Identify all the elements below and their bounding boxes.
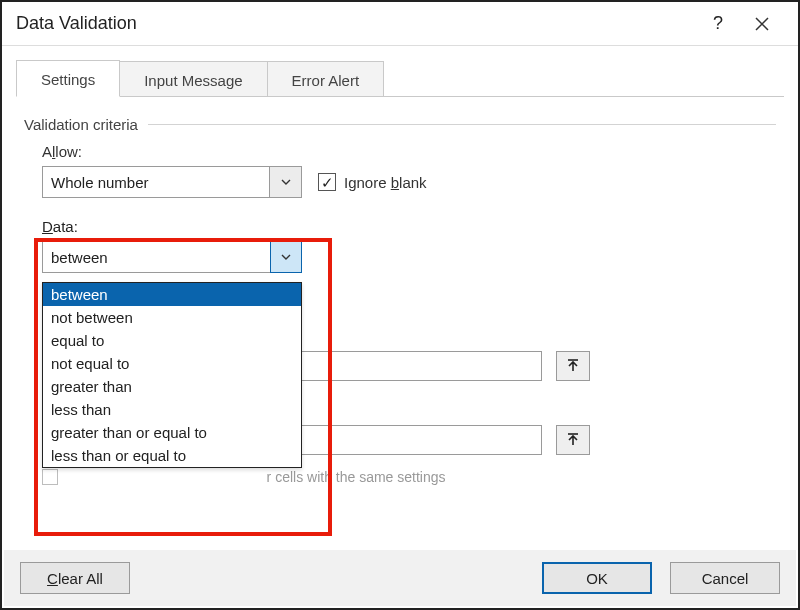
data-option[interactable]: greater than: [43, 375, 301, 398]
allow-combo-chevron[interactable]: [269, 167, 301, 197]
apply-same-text: r cells with the same settings: [267, 469, 446, 485]
data-label: Data:: [42, 218, 776, 235]
data-combo[interactable]: between: [42, 241, 302, 273]
chevron-down-icon: [280, 251, 292, 263]
data-option[interactable]: less than or equal to: [43, 444, 301, 467]
clear-all-button[interactable]: Clear All: [20, 562, 130, 594]
data-option[interactable]: less than: [43, 398, 301, 421]
collapse-dialog-icon: [566, 433, 580, 447]
section-validation-criteria: Validation criteria: [24, 116, 776, 133]
chevron-down-icon: [280, 176, 292, 188]
apply-same-settings-row: Apply these changes to all othe r cells …: [42, 469, 776, 485]
tab-input-message[interactable]: Input Message: [119, 61, 267, 97]
tab-underline: [16, 96, 784, 97]
collapse-dialog-icon: [566, 359, 580, 373]
cancel-button[interactable]: Cancel: [670, 562, 780, 594]
tab-settings[interactable]: Settings: [16, 60, 120, 97]
data-combo-value: between: [43, 242, 270, 272]
data-combo-chevron[interactable]: [270, 241, 302, 273]
data-option[interactable]: equal to: [43, 329, 301, 352]
data-dropdown-list[interactable]: between not between equal to not equal t…: [42, 282, 302, 468]
dialog-footer: Clear All OK Cancel: [4, 550, 796, 606]
tab-error-alert[interactable]: Error Alert: [267, 61, 385, 97]
data-option[interactable]: greater than or equal to: [43, 421, 301, 444]
data-option[interactable]: not equal to: [43, 352, 301, 375]
close-button[interactable]: [740, 2, 784, 46]
dialog-title: Data Validation: [16, 13, 696, 34]
allow-combo[interactable]: Whole number: [42, 166, 302, 198]
allow-combo-value: Whole number: [43, 167, 269, 197]
ok-button[interactable]: OK: [542, 562, 652, 594]
titlebar: Data Validation ?: [2, 2, 798, 46]
maximum-ref-button[interactable]: [556, 425, 590, 455]
tab-content: Validation criteria Allow: Whole number …: [2, 98, 798, 485]
tab-strip: Settings Input Message Error Alert: [2, 46, 798, 97]
ignore-blank-checkbox[interactable]: Ignore blank: [318, 173, 427, 191]
help-button[interactable]: ?: [696, 2, 740, 46]
allow-label: Allow:: [42, 143, 776, 160]
minimum-ref-button[interactable]: [556, 351, 590, 381]
data-option[interactable]: between: [43, 283, 301, 306]
dialog-window: Data Validation ? Settings Input Message…: [0, 0, 800, 610]
data-option[interactable]: not between: [43, 306, 301, 329]
apply-checkbox[interactable]: [42, 469, 58, 485]
close-icon: [754, 16, 770, 32]
checkbox-box: [318, 173, 336, 191]
data-block: Data: between between not between equal …: [42, 218, 776, 273]
